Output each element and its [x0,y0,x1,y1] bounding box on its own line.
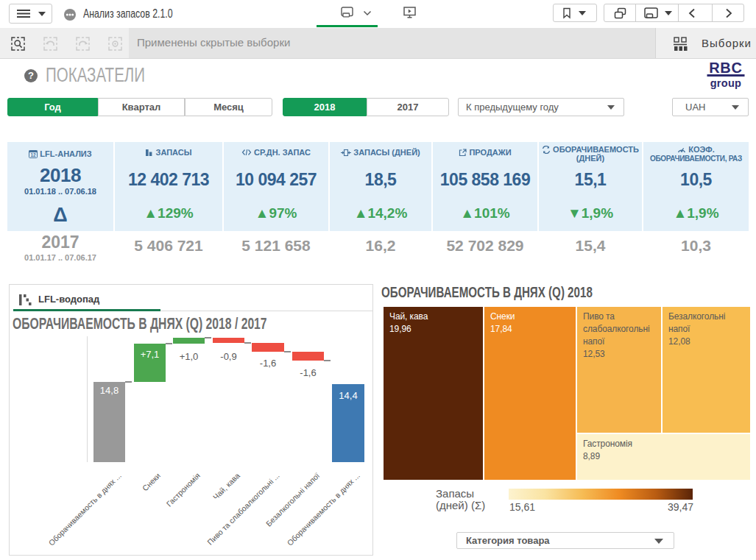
svg-text:12: 12 [31,152,37,157]
svg-text:RBC: RBC [709,60,743,76]
svg-text:group: group [710,77,742,89]
